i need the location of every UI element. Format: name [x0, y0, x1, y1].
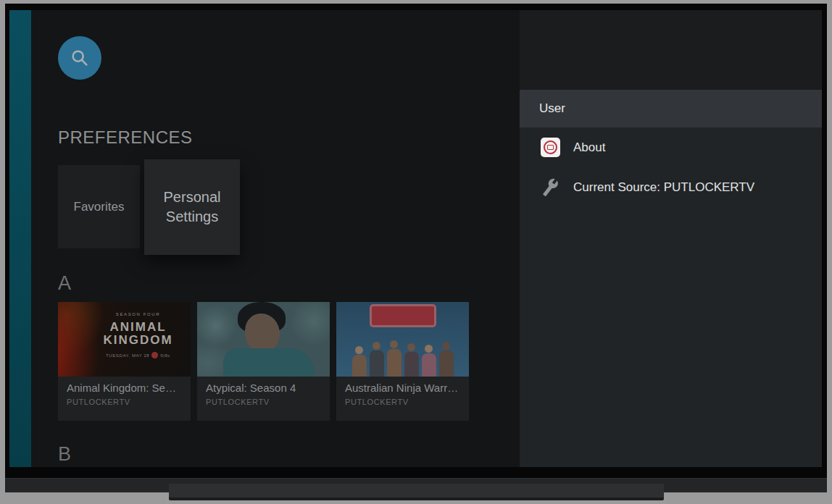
tv-stand [169, 484, 664, 500]
preferences-heading: PREFERENCES [58, 127, 193, 148]
accent-stripe [9, 10, 31, 467]
section-letter-b: B [58, 443, 71, 466]
section-letter-a: A [58, 272, 71, 295]
favorites-card[interactable]: Favorites [58, 165, 140, 248]
personal-settings-card[interactable]: Personal Settings [144, 159, 240, 255]
media-card-source: PUTLOCKERTV [206, 398, 321, 406]
search-icon [70, 48, 90, 68]
atypical-poster [197, 302, 330, 377]
media-card-source: PUTLOCKERTV [345, 398, 460, 406]
media-card-animal-kingdom[interactable]: SEASON FOUR ANIMAL KINGDOM TUESDAY, MAY … [58, 302, 191, 421]
page: PREFERENCES Favorites Personal Settings … [0, 0, 832, 504]
favorites-card-label: Favorites [74, 200, 125, 214]
media-card-title: Animal Kingdom: Seas… [67, 382, 182, 394]
animal-kingdom-poster-text: SEASON FOUR ANIMAL KINGDOM TUESDAY, MAY … [87, 312, 189, 358]
wrench-icon [540, 177, 560, 198]
media-card-atypical[interactable]: Atypical: Season 4 PUTLOCKERTV [197, 302, 330, 421]
poster-contestants [336, 335, 469, 377]
media-card-australian-ninja-warrior[interactable]: Australian Ninja Warrio… PUTLOCKERTV [336, 302, 469, 421]
settings-item-current-source-label: Current Source: PUTLOCKERTV [573, 180, 754, 195]
poster-figure-face [245, 314, 280, 353]
settings-panel: User About Current Source: PUTLOCKERTV [520, 10, 822, 467]
settings-item-current-source[interactable]: Current Source: PUTLOCKERTV [520, 167, 822, 207]
tv-screen: PREFERENCES Favorites Personal Settings … [9, 10, 822, 467]
poster-tagline: SEASON FOUR [87, 312, 189, 316]
search-button[interactable] [58, 36, 101, 80]
animal-kingdom-poster: SEASON FOUR ANIMAL KINGDOM TUESDAY, MAY … [58, 302, 191, 377]
poster-air-time: 9|8c [160, 353, 170, 358]
media-card-title: Australian Ninja Warrio… [345, 382, 460, 394]
putlockertv-app-icon [540, 138, 560, 158]
settings-item-about[interactable]: About [520, 127, 822, 167]
settings-item-about-label: About [573, 140, 605, 155]
poster-title-line1: ANIMAL [87, 321, 189, 334]
personal-settings-card-label: Personal Settings [154, 188, 230, 227]
ninja-warrior-logo [370, 304, 436, 327]
media-card-source: PUTLOCKERTV [67, 398, 182, 406]
australian-ninja-warrior-poster [336, 302, 469, 377]
settings-panel-top-spacer [520, 10, 822, 90]
settings-category-header: User [520, 90, 822, 127]
poster-air-info: TUESDAY, MAY 28 [106, 353, 149, 358]
poster-title-line2: KINGDOM [87, 334, 189, 347]
media-card-title: Atypical: Season 4 [206, 382, 321, 394]
settings-category-label: User [539, 101, 565, 116]
poster-figure-hoodie [223, 348, 315, 377]
tnt-network-logo [151, 352, 158, 358]
